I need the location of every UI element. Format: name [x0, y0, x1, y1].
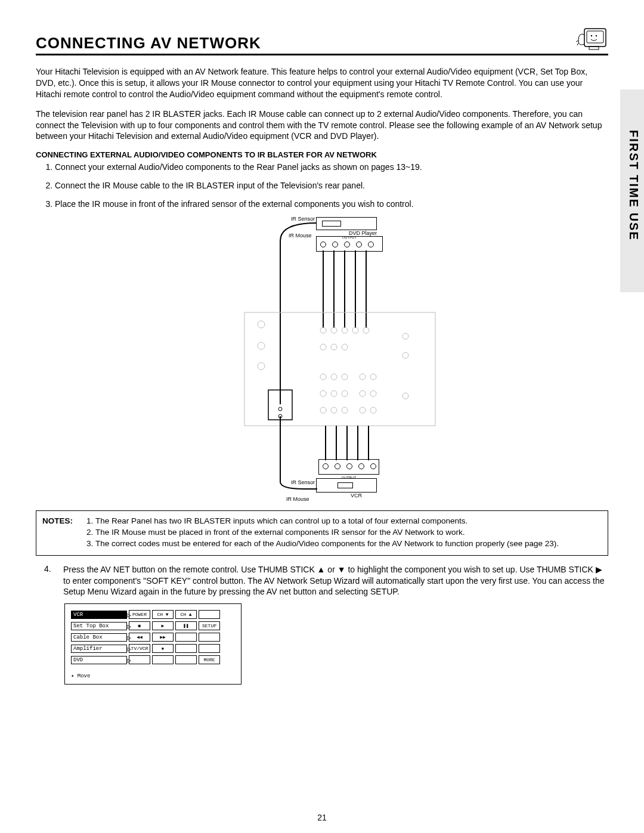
svg-point-20 — [352, 327, 358, 333]
svg-point-24 — [342, 344, 348, 350]
note-3: The correct codes must be entered for ea… — [95, 538, 559, 549]
note-1: The Rear Panel has two IR BLASTER inputs… — [95, 516, 559, 527]
svg-point-18 — [331, 327, 337, 333]
osd-softkey: ◀◀ — [129, 633, 150, 642]
osd-move-hint: ✦ Move — [71, 673, 235, 679]
osd-component-name: Set Top Box▷ — [71, 622, 127, 630]
osd-softkey: ▶▶ — [152, 633, 174, 642]
osd-softkey: ❚❚ — [175, 621, 197, 630]
osd-row: Cable Box▷◀◀▶▶ — [71, 633, 235, 642]
step-4-row: 4. Press the AV NET button on the remote… — [36, 564, 608, 598]
osd-component-name: Amplifier▷ — [71, 645, 127, 653]
chevron-right-icon: ▷ — [127, 611, 131, 619]
ir-mouse-label-bot: IR Mouse — [286, 496, 309, 502]
svg-point-17 — [320, 327, 326, 333]
osd-softkey: SETUP — [199, 621, 220, 630]
subheading: CONNECTING EXTERNAL AUDIO/VIDEO COMPONEN… — [36, 150, 608, 159]
svg-point-31 — [331, 391, 337, 397]
svg-point-39 — [370, 407, 376, 413]
svg-point-40 — [402, 333, 408, 339]
ir-sensor-label-bot: IR Sensor — [291, 479, 315, 485]
step-2: Connect the IR Mouse cable to the IR BLA… — [55, 180, 608, 191]
notes-list: The Rear Panel has two IR BLASTER inputs… — [85, 516, 559, 550]
svg-point-3 — [596, 35, 597, 36]
osd-row: Amplifier▷TV/VCR● — [71, 644, 235, 653]
header-row: CONNECTING AV NETWORK — [36, 24, 608, 55]
chevron-right-icon: ▷ — [127, 645, 131, 653]
svg-point-26 — [331, 374, 337, 380]
osd-softkey — [152, 655, 174, 664]
svg-point-35 — [320, 407, 326, 413]
page-number: 21 — [0, 813, 644, 822]
svg-point-22 — [320, 344, 326, 350]
svg-point-37 — [342, 407, 348, 413]
connection-diagram: DVD Player IR Sensor IR Mouse OUTPUT — [197, 217, 447, 503]
chevron-right-icon: ▷ — [127, 634, 131, 642]
svg-rect-10 — [244, 312, 435, 426]
notes-title: NOTES: — [42, 516, 73, 550]
osd-softkey — [175, 655, 197, 664]
svg-point-16 — [258, 363, 265, 370]
svg-point-19 — [342, 327, 348, 333]
osd-row: DVD▷MORE — [71, 655, 235, 664]
notes-box: NOTES: The Rear Panel has two IR BLASTER… — [36, 510, 608, 556]
svg-point-41 — [402, 352, 408, 358]
tv-mascot-icon — [575, 24, 608, 52]
step-3: Place the IR mouse in front of the infra… — [55, 199, 608, 210]
svg-point-36 — [331, 407, 337, 413]
intro-paragraph-1: Your Hitachi Television is equipped with… — [36, 66, 608, 100]
svg-point-28 — [360, 374, 366, 380]
chevron-right-icon: ▷ — [127, 623, 131, 630]
svg-point-42 — [402, 393, 408, 399]
svg-point-23 — [331, 344, 337, 350]
osd-softkey: CH ▼ — [152, 610, 174, 619]
svg-point-27 — [342, 374, 348, 380]
svg-point-25 — [320, 374, 326, 380]
page-title: CONNECTING AV NETWORK — [36, 34, 261, 52]
svg-point-33 — [360, 391, 366, 397]
osd-softkey: ■ — [129, 621, 150, 630]
note-2: The IR Mouse must be placed in front of … — [95, 527, 559, 538]
osd-softkey — [199, 633, 220, 642]
page: CONNECTING AV NETWORK Your Hitachi Telev… — [0, 0, 644, 696]
step-4-text: Press the AV NET button on the remote co… — [63, 564, 608, 598]
osd-softkey — [175, 633, 197, 642]
svg-point-15 — [258, 342, 265, 349]
svg-point-29 — [370, 374, 376, 380]
osd-component-name: Cable Box▷ — [71, 633, 127, 642]
osd-component-name: VCR▷ — [71, 611, 127, 619]
step-4-number: 4. — [36, 564, 63, 598]
osd-softkey — [129, 655, 150, 664]
svg-rect-1 — [587, 31, 603, 43]
osd-softkey: ▶ — [152, 621, 174, 630]
svg-point-38 — [360, 407, 366, 413]
osd-row: VCR▷POWERCH ▼CH ▲ — [71, 610, 235, 619]
svg-point-12 — [278, 407, 282, 411]
svg-point-30 — [320, 391, 326, 397]
intro-paragraph-2: The television rear panel has 2 IR BLAST… — [36, 109, 608, 143]
osd-softkey — [175, 644, 197, 653]
svg-point-21 — [363, 327, 369, 333]
osd-softkey: CH ▲ — [175, 610, 197, 619]
osd-softkey: TV/VCR — [129, 644, 150, 653]
steps-list: Connect your external Audio/Video compon… — [36, 162, 608, 210]
osd-softkey: MORE — [199, 655, 220, 664]
osd-menu: VCR▷POWERCH ▼CH ▲Set Top Box▷■▶❚❚SETUPCa… — [64, 603, 242, 685]
osd-softkey — [199, 610, 220, 619]
vcr-label: VCR — [351, 493, 362, 498]
svg-point-2 — [591, 35, 592, 36]
svg-point-14 — [258, 321, 265, 328]
osd-softkey — [199, 644, 220, 653]
osd-softkey: POWER — [129, 610, 150, 619]
svg-point-34 — [370, 391, 376, 397]
step-1: Connect your external Audio/Video compon… — [55, 162, 608, 173]
osd-softkey: ● — [152, 644, 174, 653]
osd-row: Set Top Box▷■▶❚❚SETUP — [71, 621, 235, 630]
chevron-right-icon: ▷ — [127, 657, 131, 664]
osd-component-name: DVD▷ — [71, 656, 127, 664]
svg-point-32 — [342, 391, 348, 397]
